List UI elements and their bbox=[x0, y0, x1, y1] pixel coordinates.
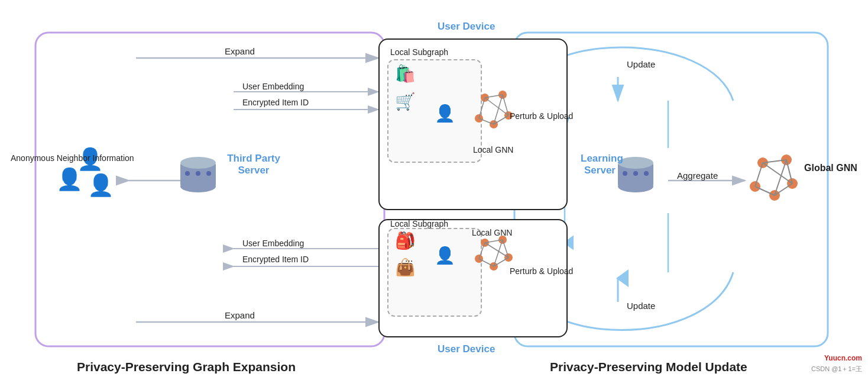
svg-point-63 bbox=[644, 171, 649, 176]
local-gnn-bottom-label: Local GNN bbox=[472, 228, 512, 237]
user-embedding-top-label: User Embedding bbox=[242, 82, 304, 91]
svg-point-55 bbox=[185, 171, 190, 176]
section-right-label: Privacy-Preserving Model Update bbox=[550, 360, 747, 374]
dots-subgraph-bottom: ... bbox=[405, 253, 413, 264]
aggregate-label: Aggregate bbox=[677, 170, 718, 181]
encrypted-item-bottom-label: Encrypted Item ID bbox=[242, 255, 309, 264]
update-bottom-label: Update bbox=[627, 301, 655, 311]
section-left-label: Privacy-Preserving Graph Expansion bbox=[77, 360, 296, 374]
global-gnn-icon bbox=[748, 151, 801, 207]
user-device-top-label: User Device bbox=[438, 21, 495, 33]
encrypted-item-top-label: Encrypted Item ID bbox=[242, 98, 309, 107]
svg-point-59 bbox=[618, 157, 653, 169]
svg-point-61 bbox=[623, 171, 627, 176]
svg-point-60 bbox=[618, 181, 653, 192]
learning-server-label: Learning Server bbox=[581, 153, 619, 176]
watermark-csdn: CSDN @1＋1=王 bbox=[811, 365, 862, 374]
svg-line-37 bbox=[479, 98, 485, 118]
svg-line-48 bbox=[479, 259, 494, 266]
user-blue: 👤 bbox=[56, 167, 83, 192]
svg-point-54 bbox=[180, 181, 216, 192]
user-device-bottom-label: User Device bbox=[438, 343, 495, 355]
svg-point-53 bbox=[180, 157, 216, 169]
user-yellow: 👤 bbox=[88, 173, 114, 198]
svg-point-62 bbox=[633, 171, 638, 176]
update-top-label: Update bbox=[627, 59, 655, 69]
perturb-upload-top-label: Perturb & Upload bbox=[510, 111, 573, 121]
item-bag-blue-top: 🛍️ bbox=[395, 64, 416, 83]
third-party-server-label: Third Party Server bbox=[221, 153, 286, 176]
local-subgraph-top-label: Local Subgraph bbox=[390, 47, 448, 57]
svg-point-56 bbox=[196, 171, 200, 176]
expand-bottom-label: Expand bbox=[225, 310, 255, 320]
svg-point-57 bbox=[206, 171, 211, 176]
expand-top-label: Expand bbox=[225, 46, 255, 56]
svg-line-34 bbox=[503, 95, 509, 115]
user-embedding-bottom-label: User Embedding bbox=[242, 239, 304, 248]
svg-line-50 bbox=[485, 243, 509, 258]
dots-subgraph-top: ... bbox=[405, 88, 413, 98]
local-subgraph-bottom-label: Local Subgraph bbox=[390, 219, 448, 228]
global-gnn-label: Global GNN bbox=[804, 163, 857, 173]
svg-line-38 bbox=[485, 98, 509, 115]
person-green-bottom: 👤 bbox=[435, 246, 455, 265]
diagram-container: User Device Local Subgraph 🛍️ 🛒 👤 ... Lo… bbox=[0, 0, 868, 383]
person-blue-top: 👤 bbox=[435, 104, 455, 123]
local-gnn-bottom bbox=[473, 234, 514, 284]
third-party-server-icon bbox=[174, 151, 222, 201]
local-gnn-top-label: Local GNN bbox=[473, 145, 513, 155]
svg-line-71 bbox=[775, 184, 792, 195]
watermark-site: Yuucn.com bbox=[824, 354, 862, 362]
item-bag-khaki-bottom: 🎒 bbox=[395, 231, 416, 250]
anonymous-neighbor-label: Anonymous Neighbor Information bbox=[11, 153, 134, 165]
local-gnn-top bbox=[473, 89, 514, 144]
perturb-upload-bottom-label: Perturb & Upload bbox=[510, 266, 573, 276]
